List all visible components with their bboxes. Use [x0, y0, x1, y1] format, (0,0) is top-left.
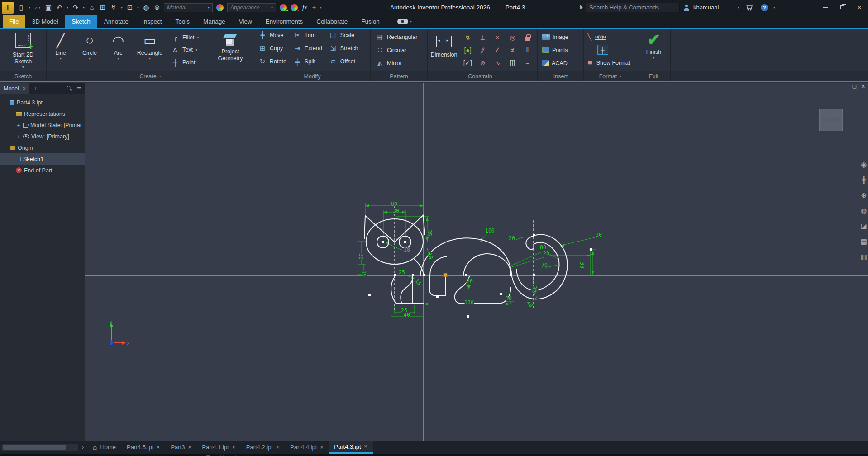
- store-cart-icon[interactable]: [745, 4, 753, 11]
- copy-button[interactable]: ⊞Copy: [258, 43, 286, 53]
- constraint-settings-icon[interactable]: [●]: [464, 47, 471, 54]
- corner-icon[interactable]: ◢: [249, 454, 253, 456]
- start-2d-sketch-button[interactable]: + Start 2D Sketch: [5, 28, 41, 71]
- sketch-drawing[interactable]: 8030353015181025151002080207030303010402…: [85, 83, 868, 441]
- scale-button[interactable]: ◱Scale: [329, 30, 358, 40]
- dimension-label[interactable]: 30: [393, 208, 399, 214]
- tab-inspect[interactable]: Inspect: [135, 15, 169, 28]
- tab-fusion[interactable]: Fusion: [354, 15, 386, 28]
- tree-item-representations[interactable]: − Representations: [0, 108, 85, 119]
- new-file-icon[interactable]: ▯: [16, 4, 26, 12]
- construction-centerlines[interactable]: [379, 206, 536, 312]
- tab-home[interactable]: ⌂Home: [87, 441, 121, 454]
- material-dropdown[interactable]: Material ▾: [164, 3, 213, 12]
- dimension-label[interactable]: 30: [596, 232, 602, 238]
- doc-close-icon[interactable]: ✕: [861, 84, 865, 90]
- expand-chevron-icon[interactable]: [580, 5, 583, 10]
- dimension-label[interactable]: 10: [426, 252, 434, 260]
- user-menu-caret-icon[interactable]: ▾: [738, 5, 739, 10]
- centerline-icon[interactable]: ╌╌: [587, 47, 594, 53]
- chevron-down-icon[interactable]: [22, 65, 24, 69]
- parallel-icon[interactable]: ∥: [480, 46, 486, 54]
- dimension-label[interactable]: 100: [485, 228, 495, 234]
- construction-line-icon[interactable]: ╲: [587, 33, 591, 41]
- tree-item-part[interactable]: Part4.3.ipt: [0, 97, 85, 108]
- dimension-label[interactable]: 10: [506, 295, 512, 302]
- cat-hind-leg[interactable]: [455, 276, 511, 304]
- username[interactable]: kharcuaai: [693, 4, 732, 11]
- insert-image-button[interactable]: Image: [542, 32, 568, 42]
- tree-item-end-of-part[interactable]: ✕ End of Part: [0, 165, 85, 176]
- tab-collaborate[interactable]: Collaborate: [310, 15, 354, 28]
- finish-sketch-button[interactable]: ✔ Finish: [646, 28, 661, 71]
- close-icon[interactable]: ×: [157, 444, 160, 451]
- cat-tail-inner[interactable]: [516, 242, 559, 290]
- chevron-down-icon[interactable]: [196, 48, 197, 52]
- clear-appearance-icon[interactable]: ×: [291, 4, 298, 11]
- appearance-dropdown[interactable]: Appearance ▾: [227, 3, 276, 12]
- doc-tab-part4-3[interactable]: Part4.3.ipt×: [329, 441, 372, 454]
- doc-tab-part4-5[interactable]: Part4.5.ipt×: [121, 441, 165, 454]
- tree-item-sketch1[interactable]: Sketch1: [0, 153, 85, 165]
- close-icon[interactable]: ×: [276, 444, 279, 451]
- plus-icon[interactable]: ＋: [264, 454, 268, 456]
- tangent-line-icon[interactable]: ∠: [495, 47, 501, 54]
- dimension-label[interactable]: 15: [414, 278, 423, 286]
- doc-minimize-icon[interactable]: —: [843, 84, 848, 90]
- fusion-toggle-icon[interactable]: [397, 19, 408, 24]
- select-icon[interactable]: ⊡: [125, 4, 135, 12]
- update-icon[interactable]: ↯: [109, 4, 119, 12]
- expander-plus-icon[interactable]: +: [3, 145, 7, 151]
- hatch-icon[interactable]: #: [235, 454, 238, 456]
- tangent-icon[interactable]: ⊘: [480, 59, 486, 66]
- tab-file[interactable]: File: [3, 15, 25, 28]
- expander-plus-icon[interactable]: +: [16, 134, 21, 139]
- tree-item-origin[interactable]: + Origin: [0, 142, 85, 153]
- tab-tools[interactable]: Tools: [168, 15, 196, 28]
- view-home-icon[interactable]: ▥: [861, 253, 867, 261]
- grid-icon[interactable]: ▦: [206, 454, 210, 456]
- chevron-down-icon[interactable]: [653, 56, 654, 60]
- redo-icon[interactable]: ↷: [71, 4, 81, 12]
- expander-plus-icon[interactable]: +: [16, 123, 21, 128]
- orbit-icon[interactable]: ◍: [861, 207, 867, 215]
- auto-dimension-icon[interactable]: ↯: [465, 34, 471, 41]
- scrollbar-thumb[interactable]: [3, 445, 66, 450]
- cat-tail-tip[interactable]: [526, 236, 534, 249]
- select-caret-icon[interactable]: ▾: [136, 5, 140, 10]
- color-wheel-icon[interactable]: [216, 4, 224, 11]
- expander-minus-icon[interactable]: −: [9, 111, 14, 117]
- open-folder-icon[interactable]: ▱: [33, 4, 43, 12]
- doc-tab-part4-2[interactable]: Part4.2.ipt×: [241, 441, 285, 454]
- mirror-button[interactable]: ◭Mirror: [375, 58, 417, 68]
- user-avatar-icon[interactable]: [683, 5, 690, 11]
- show-format-label[interactable]: Show Format: [596, 60, 630, 66]
- copy-icon[interactable]: ⊞: [98, 4, 108, 12]
- dimension-label[interactable]: 20: [467, 278, 473, 285]
- circle-tool-button[interactable]: ○ Circle: [75, 28, 105, 71]
- close-icon[interactable]: ×: [188, 444, 191, 451]
- dimension-label[interactable]: 30: [531, 285, 539, 293]
- chevron-down-icon[interactable]: [149, 57, 151, 61]
- add-browser-tab-icon[interactable]: +: [34, 85, 38, 92]
- stretch-button[interactable]: ⇲Stretch: [329, 43, 358, 53]
- origin-point[interactable]: [444, 273, 447, 277]
- point-button[interactable]: ┼ Point: [171, 57, 205, 67]
- undo-caret-icon[interactable]: ▾: [65, 5, 70, 10]
- concentric-icon[interactable]: ◎: [510, 34, 515, 41]
- doc-restore-icon[interactable]: ❏: [852, 84, 857, 90]
- pan-icon[interactable]: ╋: [862, 176, 866, 184]
- new-file-caret-icon[interactable]: ▾: [27, 5, 32, 10]
- dimension-label[interactable]: 18: [404, 247, 410, 253]
- material-ball-icon[interactable]: ◍: [141, 4, 151, 12]
- dimension-label[interactable]: 40: [404, 312, 410, 318]
- extend-button[interactable]: ⇥Extend: [293, 43, 322, 53]
- collinear-icon[interactable]: ‖: [526, 47, 529, 54]
- equal-icon[interactable]: =: [525, 59, 529, 66]
- insert-acad-button[interactable]: ACAD: [542, 58, 568, 68]
- tab-scroll-right-icon[interactable]: ›: [78, 441, 87, 454]
- panel-label-create[interactable]: Create: [47, 71, 254, 81]
- tab-view[interactable]: View: [232, 15, 259, 28]
- dimension-label[interactable]: 30: [358, 253, 364, 260]
- view-face-icon[interactable]: ▤: [861, 238, 867, 246]
